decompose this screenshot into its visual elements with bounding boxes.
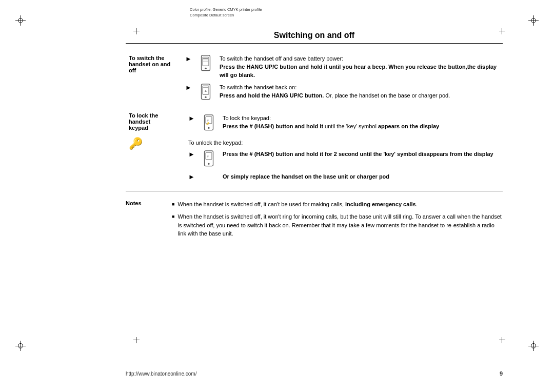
page-title: Switching on and off (126, 31, 503, 44)
reg-mark-top-right (528, 15, 539, 26)
arrow-3: ► (185, 112, 198, 135)
svg-point-13 (208, 127, 209, 128)
notes-section: Notes ■ When the handset is switched off… (126, 200, 503, 242)
footer-url: http://www.binatoneonline.com/ (126, 371, 196, 377)
page: Color profile: Generic CMYK printer prof… (0, 0, 554, 392)
unlock-text-2: Or simply replace the handset on the bas… (220, 171, 500, 183)
switch-on-text: To switch the handset back on: Press and… (216, 82, 503, 104)
unlock-header-row: To unlock the keypad: (185, 135, 500, 148)
footer: http://www.binatoneonline.com/ 9 (126, 370, 503, 377)
switch-label-row: To switch the handset on and off ► (126, 53, 503, 82)
switch-label: To switch the handset on and off (126, 53, 182, 104)
note-text-1: When the handset is switched off, it can… (177, 200, 417, 209)
arrow-1: ► (182, 53, 195, 82)
switch-on-row: ► ▲ To switch the handset back on: (126, 82, 503, 104)
section-switch: To switch the handset on and off ► (126, 53, 503, 104)
lock-keypad-text: To lock the keypad: Press the # (HASH) b… (220, 112, 500, 135)
notes-content: ■ When the handset is switched off, it c… (172, 200, 503, 242)
lock-row: ► # 🔑 (185, 112, 500, 135)
keypad-img-2: # (198, 148, 220, 171)
svg-point-18 (208, 163, 209, 164)
header-meta: Color profile: Generic CMYK printer prof… (190, 7, 262, 18)
key-icon: 🔑 (129, 137, 143, 150)
svg-point-8 (205, 96, 206, 97)
main-content: Switching on and off To switch the hands… (126, 31, 503, 341)
svg-rect-4 (203, 60, 208, 60)
composite-text: Composite Default screen (190, 13, 262, 18)
arrow-4: ► (185, 148, 198, 171)
unlock-row-1: ► # (185, 148, 500, 171)
unlock-row-2: ► Or simply replace the handset on the b… (185, 171, 500, 183)
svg-text:▲: ▲ (204, 89, 207, 92)
unlock-header: To unlock the keypad: (185, 135, 500, 148)
bullet-symbol-2: ■ (172, 213, 174, 221)
section-keypad: To lock thehandsetkeypad 🔑 ► (126, 110, 503, 185)
svg-rect-5 (203, 61, 208, 62)
svg-text:#: # (207, 119, 209, 122)
keypad-inner-table: ► # 🔑 (185, 112, 500, 183)
keypad-img-1: # 🔑 (198, 112, 220, 135)
empty-icon-col (198, 171, 220, 183)
footer-page-number: 9 (500, 370, 503, 377)
section-gap (126, 104, 503, 110)
unlock-text-1: Press the # (HASH) button and hold it fo… (220, 148, 500, 171)
keypad-label: To lock thehandsetkeypad 🔑 (126, 110, 182, 185)
section-divider-line (126, 191, 503, 192)
arrow-5: ► (185, 171, 198, 183)
note-bullet-1: ■ When the handset is switched off, it c… (172, 200, 503, 209)
color-profile-text: Color profile: Generic CMYK printer prof… (190, 7, 262, 13)
reg-mark-top-left (15, 15, 26, 26)
reg-mark-bottom-right (528, 341, 539, 351)
svg-point-2 (205, 68, 206, 69)
svg-rect-3 (203, 58, 208, 59)
reg-mark-bottom-left (15, 341, 26, 351)
svg-rect-9 (203, 87, 208, 88)
phone-icon-2: ▲ (195, 82, 216, 104)
svg-text:#: # (207, 154, 209, 158)
keypad-main-row: To lock thehandsetkeypad 🔑 ► (126, 110, 503, 185)
notes-label: Notes (126, 200, 167, 242)
phone-icon-1 (195, 53, 216, 82)
keypad-rows-container: ► # 🔑 (182, 110, 503, 185)
switch-off-text: To switch the handset off and save batte… (216, 53, 503, 82)
note-text-2: When the handset is switched off, it won… (177, 212, 503, 238)
bullet-symbol-1: ■ (172, 201, 174, 208)
svg-text:🔑: 🔑 (206, 122, 210, 126)
note-bullet-2: ■ When the handset is switched off, it w… (172, 212, 503, 238)
arrow-2: ► (182, 82, 195, 104)
